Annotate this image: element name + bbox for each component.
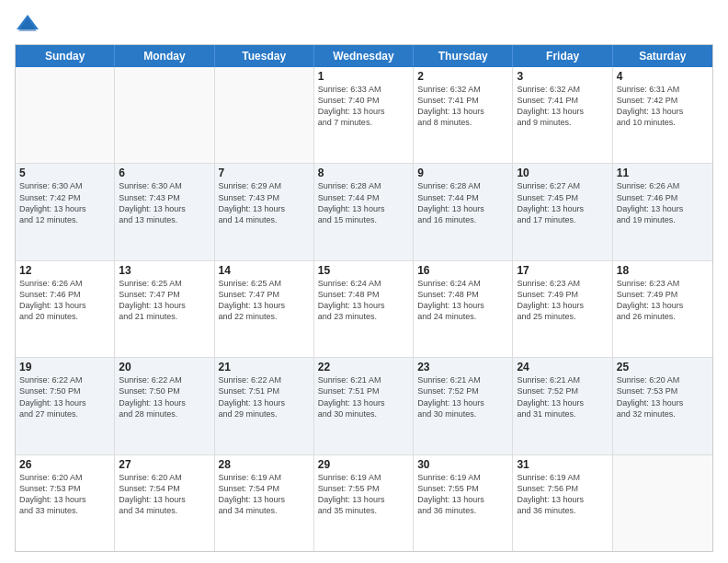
day-number: 2	[417, 70, 508, 83]
day-info: Sunrise: 6:27 AMSunset: 7:45 PMDaylight:…	[517, 180, 608, 225]
day-cell-1: 1Sunrise: 6:33 AMSunset: 7:40 PMDaylight…	[314, 67, 414, 163]
logo-icon	[15, 11, 40, 37]
day-number: 22	[318, 361, 409, 373]
calendar-row-3: 19Sunrise: 6:22 AMSunset: 7:50 PMDayligh…	[16, 357, 712, 454]
day-cell-24: 24Sunrise: 6:21 AMSunset: 7:52 PMDayligh…	[513, 358, 612, 454]
day-info: Sunrise: 6:19 AMSunset: 7:55 PMDaylight:…	[417, 472, 508, 517]
calendar-row-1: 5Sunrise: 6:30 AMSunset: 7:42 PMDaylight…	[16, 163, 712, 259]
day-cell-21: 21Sunrise: 6:22 AMSunset: 7:51 PMDayligh…	[215, 358, 314, 454]
day-cell-16: 16Sunrise: 6:24 AMSunset: 7:48 PMDayligh…	[414, 261, 513, 357]
empty-cell-0-1	[115, 67, 214, 163]
day-info: Sunrise: 6:21 AMSunset: 7:52 PMDaylight:…	[417, 374, 508, 419]
header-day-wednesday: Wednesday	[314, 45, 414, 67]
day-info: Sunrise: 6:32 AMSunset: 7:41 PMDaylight:…	[517, 84, 608, 129]
day-number: 8	[318, 167, 409, 179]
day-cell-6: 6Sunrise: 6:30 AMSunset: 7:43 PMDaylight…	[115, 164, 214, 259]
day-info: Sunrise: 6:33 AMSunset: 7:40 PMDaylight:…	[318, 84, 409, 129]
day-cell-22: 22Sunrise: 6:21 AMSunset: 7:51 PMDayligh…	[314, 358, 414, 454]
day-number: 29	[318, 458, 409, 471]
day-info: Sunrise: 6:32 AMSunset: 7:41 PMDaylight:…	[417, 84, 508, 129]
day-number: 20	[119, 361, 210, 373]
day-info: Sunrise: 6:31 AMSunset: 7:42 PMDaylight:…	[617, 84, 709, 129]
day-info: Sunrise: 6:22 AMSunset: 7:50 PMDaylight:…	[19, 374, 110, 419]
day-number: 18	[617, 264, 709, 277]
day-number: 16	[417, 264, 508, 277]
day-cell-2: 2Sunrise: 6:32 AMSunset: 7:41 PMDaylight…	[414, 67, 513, 163]
day-number: 12	[19, 264, 110, 277]
calendar-row-0: 1Sunrise: 6:33 AMSunset: 7:40 PMDaylight…	[16, 67, 712, 163]
day-info: Sunrise: 6:21 AMSunset: 7:52 PMDaylight:…	[517, 374, 608, 419]
day-info: Sunrise: 6:28 AMSunset: 7:44 PMDaylight:…	[318, 180, 409, 225]
day-cell-29: 29Sunrise: 6:19 AMSunset: 7:55 PMDayligh…	[314, 455, 414, 551]
day-number: 30	[417, 458, 508, 471]
day-info: Sunrise: 6:29 AMSunset: 7:43 PMDaylight:…	[219, 180, 310, 225]
calendar: SundayMondayTuesdayWednesdayThursdayFrid…	[15, 44, 713, 552]
day-info: Sunrise: 6:19 AMSunset: 7:56 PMDaylight:…	[517, 472, 608, 517]
day-cell-7: 7Sunrise: 6:29 AMSunset: 7:43 PMDaylight…	[215, 164, 314, 259]
page: SundayMondayTuesdayWednesdayThursdayFrid…	[0, 0, 728, 563]
day-cell-10: 10Sunrise: 6:27 AMSunset: 7:45 PMDayligh…	[513, 164, 612, 259]
day-cell-13: 13Sunrise: 6:25 AMSunset: 7:47 PMDayligh…	[115, 261, 214, 357]
day-cell-3: 3Sunrise: 6:32 AMSunset: 7:41 PMDaylight…	[513, 67, 612, 163]
header-day-tuesday: Tuesday	[215, 45, 314, 67]
day-number: 13	[119, 264, 210, 277]
day-number: 24	[517, 361, 608, 373]
day-info: Sunrise: 6:23 AMSunset: 7:49 PMDaylight:…	[517, 278, 608, 323]
day-number: 31	[517, 458, 608, 471]
day-info: Sunrise: 6:26 AMSunset: 7:46 PMDaylight:…	[19, 278, 110, 323]
day-cell-15: 15Sunrise: 6:24 AMSunset: 7:48 PMDayligh…	[314, 261, 414, 357]
day-cell-8: 8Sunrise: 6:28 AMSunset: 7:44 PMDaylight…	[314, 164, 414, 259]
day-cell-5: 5Sunrise: 6:30 AMSunset: 7:42 PMDaylight…	[16, 164, 115, 259]
day-number: 4	[617, 70, 709, 83]
day-info: Sunrise: 6:25 AMSunset: 7:47 PMDaylight:…	[219, 278, 310, 323]
day-number: 28	[219, 458, 310, 471]
day-cell-17: 17Sunrise: 6:23 AMSunset: 7:49 PMDayligh…	[513, 261, 612, 357]
day-info: Sunrise: 6:25 AMSunset: 7:47 PMDaylight:…	[119, 278, 210, 323]
day-info: Sunrise: 6:19 AMSunset: 7:54 PMDaylight:…	[219, 472, 310, 517]
day-info: Sunrise: 6:23 AMSunset: 7:49 PMDaylight:…	[617, 278, 709, 323]
empty-cell-0-0	[16, 67, 115, 163]
day-number: 25	[617, 361, 709, 373]
day-info: Sunrise: 6:19 AMSunset: 7:55 PMDaylight:…	[318, 472, 409, 517]
day-number: 14	[219, 264, 310, 277]
day-cell-18: 18Sunrise: 6:23 AMSunset: 7:49 PMDayligh…	[613, 261, 712, 357]
calendar-row-2: 12Sunrise: 6:26 AMSunset: 7:46 PMDayligh…	[16, 260, 712, 357]
calendar-row-4: 26Sunrise: 6:20 AMSunset: 7:53 PMDayligh…	[16, 454, 712, 551]
day-info: Sunrise: 6:30 AMSunset: 7:43 PMDaylight:…	[119, 180, 210, 225]
day-info: Sunrise: 6:28 AMSunset: 7:44 PMDaylight:…	[417, 180, 508, 225]
day-info: Sunrise: 6:26 AMSunset: 7:46 PMDaylight:…	[617, 180, 709, 225]
day-cell-28: 28Sunrise: 6:19 AMSunset: 7:54 PMDayligh…	[215, 455, 314, 551]
logo	[15, 11, 44, 37]
day-cell-23: 23Sunrise: 6:21 AMSunset: 7:52 PMDayligh…	[414, 358, 513, 454]
day-number: 9	[417, 167, 508, 179]
day-number: 17	[517, 264, 608, 277]
day-cell-19: 19Sunrise: 6:22 AMSunset: 7:50 PMDayligh…	[16, 358, 115, 454]
day-number: 15	[318, 264, 409, 277]
day-info: Sunrise: 6:30 AMSunset: 7:42 PMDaylight:…	[19, 180, 110, 225]
day-cell-11: 11Sunrise: 6:26 AMSunset: 7:46 PMDayligh…	[613, 164, 712, 259]
day-number: 11	[617, 167, 709, 179]
day-cell-12: 12Sunrise: 6:26 AMSunset: 7:46 PMDayligh…	[16, 261, 115, 357]
empty-cell-4-6	[613, 455, 712, 551]
day-cell-25: 25Sunrise: 6:20 AMSunset: 7:53 PMDayligh…	[613, 358, 712, 454]
day-cell-27: 27Sunrise: 6:20 AMSunset: 7:54 PMDayligh…	[115, 455, 214, 551]
day-cell-30: 30Sunrise: 6:19 AMSunset: 7:55 PMDayligh…	[414, 455, 513, 551]
empty-cell-0-2	[215, 67, 314, 163]
day-info: Sunrise: 6:24 AMSunset: 7:48 PMDaylight:…	[417, 278, 508, 323]
day-number: 21	[219, 361, 310, 373]
day-info: Sunrise: 6:24 AMSunset: 7:48 PMDaylight:…	[318, 278, 409, 323]
day-number: 10	[517, 167, 608, 179]
day-cell-20: 20Sunrise: 6:22 AMSunset: 7:50 PMDayligh…	[115, 358, 214, 454]
header	[15, 11, 713, 37]
day-number: 26	[19, 458, 110, 471]
day-cell-9: 9Sunrise: 6:28 AMSunset: 7:44 PMDaylight…	[414, 164, 513, 259]
day-number: 6	[119, 167, 210, 179]
header-day-friday: Friday	[513, 45, 612, 67]
day-info: Sunrise: 6:20 AMSunset: 7:53 PMDaylight:…	[19, 472, 110, 517]
header-day-thursday: Thursday	[414, 45, 513, 67]
day-cell-14: 14Sunrise: 6:25 AMSunset: 7:47 PMDayligh…	[215, 261, 314, 357]
calendar-header: SundayMondayTuesdayWednesdayThursdayFrid…	[16, 45, 712, 67]
day-info: Sunrise: 6:22 AMSunset: 7:50 PMDaylight:…	[119, 374, 210, 419]
day-cell-4: 4Sunrise: 6:31 AMSunset: 7:42 PMDaylight…	[613, 67, 712, 163]
header-day-sunday: Sunday	[16, 45, 115, 67]
